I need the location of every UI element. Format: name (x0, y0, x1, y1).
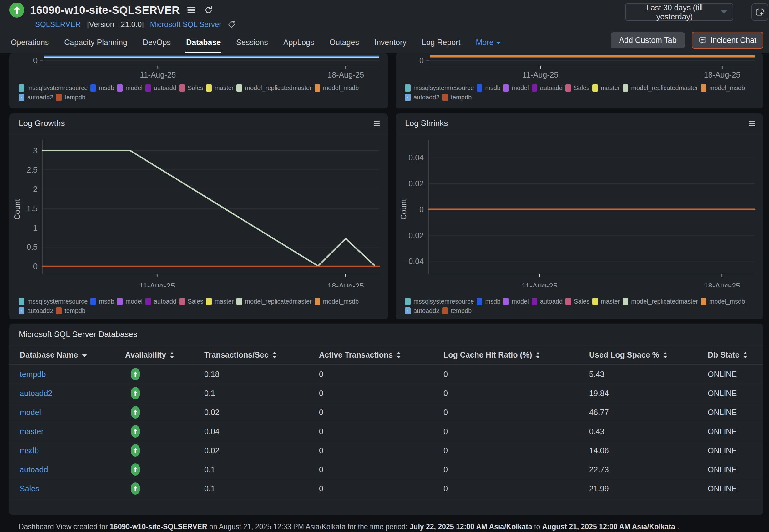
monitor-type-link[interactable]: SQLSERVER (35, 20, 81, 29)
legend-label: msdb (485, 84, 500, 92)
legend-item-master[interactable]: master (592, 298, 620, 305)
legend-item-mssqlsystemresource[interactable]: mssqlsystemresource (405, 84, 474, 92)
database-link-autoadd2[interactable]: autoadd2 (20, 389, 52, 398)
legend-item-autoadd[interactable]: autoadd (145, 84, 176, 92)
tab-database[interactable]: Database (185, 34, 221, 53)
tab-sessions[interactable]: Sessions (235, 34, 268, 53)
legend-item-tempdb[interactable]: tempdb (56, 307, 85, 314)
tab-bar: OperationsCapacity PlanningDevOpsDatabas… (10, 34, 502, 53)
legend-item-model[interactable]: model (503, 84, 529, 92)
column-header-transactions-sec[interactable]: Transactions/Sec (204, 350, 319, 359)
legend-item-autoadd2[interactable]: autoadd2 (19, 94, 53, 101)
tab-more[interactable]: More (475, 34, 502, 53)
tab-inventory[interactable]: Inventory (374, 34, 407, 53)
legend-label: autoadd2 (27, 94, 53, 101)
legend-item-master[interactable]: master (592, 84, 620, 92)
legend-item-tempdb[interactable]: tempdb (442, 94, 472, 101)
tab-devops[interactable]: DevOps (142, 34, 171, 53)
legend-swatch (90, 84, 96, 92)
database-link-model[interactable]: model (20, 408, 41, 417)
database-link-tempdb[interactable]: tempdb (20, 370, 46, 379)
log-growths-panel: Log Growths 32.521.510.50Count11-Aug-251… (9, 113, 388, 319)
log-cache-hit-ratio-value: 0 (444, 370, 589, 379)
legend-item-model_msdb[interactable]: model_msdb (314, 84, 359, 92)
tab-capacity-planning[interactable]: Capacity Planning (63, 34, 128, 53)
column-header-used-log-space-[interactable]: Used Log Space % (589, 350, 708, 359)
db-state-value: ONLINE (708, 446, 753, 455)
add-custom-tab-button[interactable]: Add Custom Tab (611, 32, 685, 48)
legend-swatch (117, 84, 123, 92)
column-header-availability[interactable]: Availability (125, 350, 204, 359)
legend-item-msdb[interactable]: msdb (477, 84, 500, 92)
column-header-db-state[interactable]: Db State (708, 350, 753, 359)
legend-item-msdb[interactable]: msdb (477, 298, 500, 305)
legend-item-Sales[interactable]: Sales (566, 84, 590, 92)
chart-legend: mssqlsystemresourcemsdbmodelautoaddSales… (396, 82, 763, 101)
panel-menu-icon[interactable] (374, 121, 379, 126)
panel-menu-icon[interactable] (749, 121, 755, 126)
legend-item-tempdb[interactable]: tempdb (56, 94, 85, 101)
custom-view-button[interactable] (751, 3, 768, 21)
legend-item-model_msdb[interactable]: model_msdb (701, 298, 745, 305)
legend-item-Sales[interactable]: Sales (179, 84, 203, 92)
db-state-value: ONLINE (708, 465, 753, 474)
legend-label: model_replicatedmaster (245, 298, 311, 305)
legend-label: master (214, 84, 234, 92)
legend-label: model_replicatedmaster (631, 298, 698, 305)
legend-item-master[interactable]: master (206, 84, 234, 92)
tab-operations[interactable]: Operations (10, 34, 49, 53)
legend-item-msdb[interactable]: msdb (90, 84, 114, 92)
incident-chat-button[interactable]: Incident Chat (692, 32, 763, 49)
legend-label: mssqlsystemresource (27, 84, 88, 92)
legend-item-master[interactable]: master (206, 298, 234, 305)
top-left-chart: 011-Aug-2518-Aug-25 (9, 53, 388, 82)
legend-label: msdb (99, 84, 114, 92)
legend-item-model[interactable]: model (117, 84, 142, 92)
time-range-select[interactable]: Last 30 days (till yesterday) (625, 3, 733, 21)
legend-item-autoadd[interactable]: autoadd (532, 84, 563, 92)
legend-item-Sales[interactable]: Sales (179, 298, 203, 305)
legend-swatch (442, 94, 448, 101)
legend-item-autoadd2[interactable]: autoadd2 (19, 307, 53, 314)
legend-item-msdb[interactable]: msdb (90, 298, 114, 305)
tab-log-report[interactable]: Log Report (421, 34, 461, 53)
legend-item-autoadd2[interactable]: autoadd2 (405, 307, 440, 314)
legend-item-Sales[interactable]: Sales (566, 298, 590, 305)
legend-item-mssqlsystemresource[interactable]: mssqlsystemresource (19, 298, 88, 305)
legend-item-model_replicatedmaster[interactable]: model_replicatedmaster (236, 298, 311, 305)
database-link-autoadd[interactable]: autoadd (20, 465, 48, 474)
legend-label: master (601, 298, 620, 305)
database-link-Sales[interactable]: Sales (20, 484, 39, 493)
legend-item-autoadd[interactable]: autoadd (532, 298, 563, 305)
legend-item-model_replicatedmaster[interactable]: model_replicatedmaster (623, 298, 698, 305)
legend-item-tempdb[interactable]: tempdb (442, 307, 472, 314)
database-link-master[interactable]: master (20, 427, 43, 436)
legend-item-mssqlsystemresource[interactable]: mssqlsystemresource (19, 84, 88, 92)
legend-item-autoadd[interactable]: autoadd (145, 298, 176, 305)
legend-item-model_replicatedmaster[interactable]: model_replicatedmaster (236, 84, 311, 92)
legend-item-autoadd2[interactable]: autoadd2 (405, 94, 440, 101)
table-row-Sales: Sales0.10021.99ONLINE (9, 479, 763, 498)
legend-item-model[interactable]: model (503, 298, 529, 305)
table-header-row: Database NameAvailabilityTransactions/Se… (9, 345, 763, 365)
legend-item-model_msdb[interactable]: model_msdb (701, 84, 745, 92)
column-header-log-cache-hit-ratio-[interactable]: Log Cache Hit Ratio (%) (444, 350, 589, 359)
tag-icon[interactable] (228, 20, 236, 28)
tab-outages[interactable]: Outages (329, 34, 359, 53)
legend-item-model_replicatedmaster[interactable]: model_replicatedmaster (623, 84, 698, 92)
monitor-menu-icon[interactable] (187, 7, 195, 13)
legend-item-mssqlsystemresource[interactable]: mssqlsystemresource (405, 298, 474, 305)
legend-swatch (56, 94, 62, 101)
legend-item-model[interactable]: model (117, 298, 142, 305)
refresh-icon[interactable] (204, 6, 213, 14)
database-link-msdb[interactable]: msdb (20, 446, 39, 455)
db-state-value: ONLINE (708, 427, 753, 436)
table-row-tempdb: tempdb0.18005.43ONLINE (9, 365, 763, 384)
legend-item-model_msdb[interactable]: model_msdb (314, 298, 359, 305)
log-growths-chart: 32.521.510.50Count11-Aug-2518-Aug-25 (9, 133, 388, 288)
tab-applogs[interactable]: AppLogs (283, 34, 315, 53)
column-header-database-name[interactable]: Database Name (20, 350, 125, 359)
column-header-active-transactions[interactable]: Active Transactions (319, 350, 444, 359)
category-link[interactable]: Microsoft SQL Server (150, 20, 222, 29)
legend-swatch (405, 94, 411, 101)
